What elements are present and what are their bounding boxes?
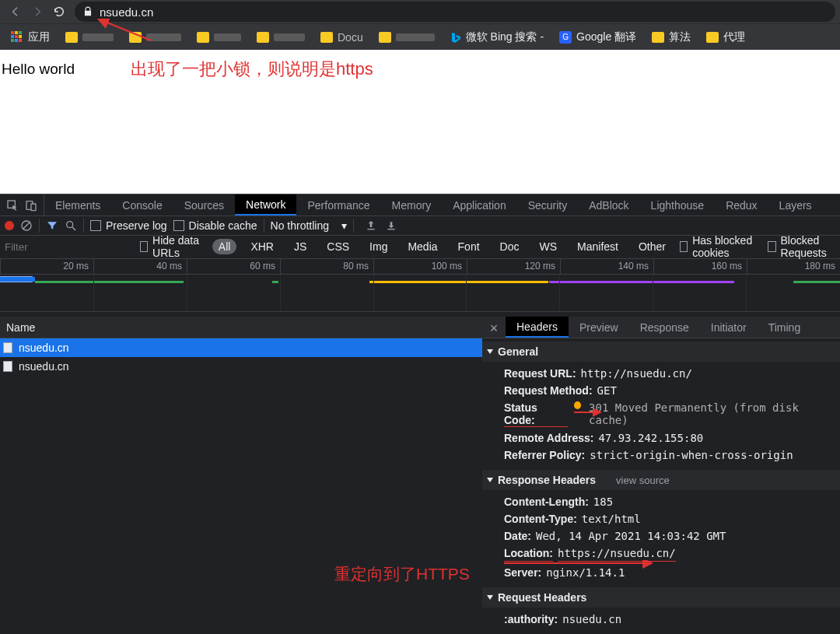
bookmark-google-translate[interactable]: G Google 翻译	[553, 27, 642, 47]
inspect-icon[interactable]	[6, 199, 19, 212]
filter-input[interactable]	[0, 238, 132, 256]
detail-tab-strip: Headers Preview Response Initiator Timin…	[482, 317, 840, 338]
filter-all[interactable]: All	[212, 239, 237, 254]
tab-console[interactable]: Console	[111, 194, 173, 215]
filter-css[interactable]: CSS	[320, 239, 355, 254]
folder-icon	[706, 32, 719, 43]
address-bar[interactable]: nsuedu.cn	[75, 2, 835, 22]
bookmark-folder-5[interactable]	[373, 29, 441, 46]
folder-icon	[257, 32, 269, 43]
view-source-link[interactable]: view source	[616, 475, 670, 486]
hide-data-urls-checkbox[interactable]: Hide data URLs	[140, 234, 205, 259]
bookmark-folder-1[interactable]	[59, 29, 120, 46]
upload-har-icon[interactable]	[365, 219, 377, 232]
filter-manifest[interactable]: Manifest	[571, 239, 625, 254]
clear-icon[interactable]	[20, 219, 33, 232]
bookmark-folder-4[interactable]	[250, 29, 311, 46]
request-row[interactable]: nsuedu.cn	[0, 357, 482, 376]
reload-button[interactable]	[48, 1, 70, 23]
timeline-overview[interactable]	[0, 275, 840, 312]
record-button[interactable]	[5, 221, 14, 230]
apps-shortcut[interactable]: 应用	[5, 27, 56, 47]
section-general[interactable]: General	[482, 342, 840, 362]
tab-security[interactable]: Security	[517, 194, 579, 215]
filter-js[interactable]: JS	[288, 239, 313, 254]
request-list: Name nsuedu.cn nsuedu.cn	[0, 317, 482, 634]
url-host: nsuedu.cn	[100, 5, 153, 19]
section-response-headers[interactable]: Response Headersview source	[482, 470, 840, 490]
filter-other[interactable]: Other	[632, 239, 672, 254]
tab-sources[interactable]: Sources	[173, 194, 235, 215]
filter-ws[interactable]: WS	[533, 239, 563, 254]
tab-redux[interactable]: Redux	[715, 194, 768, 215]
filter-xhr[interactable]: XHR	[244, 239, 280, 254]
detail-tab-headers[interactable]: Headers	[506, 317, 569, 338]
svg-rect-2	[31, 204, 36, 211]
annotation-lock-explanation: 出现了一把小锁，则说明是https	[131, 58, 373, 81]
disable-cache-checkbox[interactable]: Disable cache	[173, 219, 257, 232]
annotation-redirect: 重定向到了HTTPS	[334, 563, 470, 585]
bookmarks-bar: 应用 Docu 微软 Bing 搜索 - G Google 翻译 算法 代理	[0, 23, 840, 50]
tab-application[interactable]: Application	[442, 194, 517, 215]
filter-doc[interactable]: Doc	[494, 239, 526, 254]
tab-lighthouse[interactable]: Lighthouse	[640, 194, 716, 215]
detail-tab-preview[interactable]: Preview	[569, 317, 629, 338]
svg-rect-8	[387, 229, 394, 229]
close-details-button[interactable]: ×	[485, 320, 502, 337]
tab-adblock[interactable]: AdBlock	[578, 194, 639, 215]
throttling-select[interactable]: No throttling ▾	[271, 219, 347, 232]
filter-font[interactable]: Font	[452, 239, 486, 254]
blocked-cookies-checkbox[interactable]: Has blocked cookies	[680, 234, 760, 259]
bookmark-folder-2[interactable]	[123, 29, 187, 46]
detail-tab-initiator[interactable]: Initiator	[700, 317, 758, 338]
status-code-value: 301 Moved Permanently (from disk cache)	[589, 401, 831, 427]
search-icon[interactable]	[65, 219, 77, 232]
date-value: Wed, 14 Apr 2021 14:03:42 GMT	[536, 530, 726, 542]
remote-address-value: 47.93.242.155:80	[598, 432, 703, 444]
document-icon	[3, 342, 12, 353]
apps-icon	[11, 31, 23, 44]
network-toolbar: Preserve log Disable cache No throttling…	[0, 215, 840, 235]
filter-img[interactable]: Img	[363, 239, 394, 254]
tab-memory[interactable]: Memory	[381, 194, 443, 215]
date-label: Date:	[504, 530, 531, 542]
referrer-policy-value: strict-origin-when-cross-origin	[590, 449, 793, 461]
bookmark-folder-docs[interactable]: Docu	[314, 28, 369, 47]
preserve-log-checkbox[interactable]: Preserve log	[90, 219, 167, 232]
request-row[interactable]: nsuedu.cn	[0, 338, 482, 357]
authority-value: nsuedu.cn	[562, 613, 621, 625]
section-request-headers[interactable]: Request Headers	[482, 587, 840, 608]
headers-body: General Request URL: http://nsuedu.cn/ R…	[482, 338, 840, 634]
tab-elements[interactable]: Elements	[44, 194, 111, 215]
tab-performance[interactable]: Performance	[296, 194, 380, 215]
disclosure-triangle-icon	[487, 478, 493, 482]
timeline-ruler[interactable]: 20 ms 40 ms 60 ms 80 ms 100 ms 120 ms 14…	[0, 259, 840, 275]
request-url-label: Request URL:	[504, 367, 576, 380]
detail-tab-response[interactable]: Response	[629, 317, 700, 338]
request-list-header[interactable]: Name	[0, 317, 482, 338]
request-method-label: Request Method:	[504, 384, 593, 397]
bing-icon	[450, 32, 461, 43]
folder-icon	[65, 32, 78, 43]
back-button[interactable]	[5, 1, 26, 23]
tab-layers[interactable]: Layers	[768, 194, 823, 215]
download-har-icon[interactable]	[385, 219, 397, 232]
content-type-label: Content-Type:	[504, 513, 577, 525]
filter-toggle-icon[interactable]	[46, 219, 58, 232]
folder-icon	[652, 32, 664, 43]
folder-icon	[320, 32, 333, 43]
forward-button[interactable]	[26, 1, 48, 23]
svg-point-5	[67, 222, 73, 228]
device-toggle-icon[interactable]	[25, 199, 37, 212]
filter-media[interactable]: Media	[401, 239, 443, 254]
content-length-value: 185	[593, 496, 613, 508]
bookmark-folder-3[interactable]	[191, 29, 247, 46]
blocked-requests-checkbox[interactable]: Blocked Requests	[768, 234, 840, 259]
bookmark-proxy[interactable]: 代理	[700, 27, 751, 47]
folder-icon	[129, 32, 142, 43]
bookmark-algorithm[interactable]: 算法	[646, 27, 697, 47]
bookmark-bing[interactable]: 微软 Bing 搜索 -	[444, 27, 550, 47]
tab-network[interactable]: Network	[235, 194, 296, 215]
detail-tab-timing[interactable]: Timing	[758, 317, 812, 338]
disclosure-triangle-icon	[487, 595, 493, 600]
